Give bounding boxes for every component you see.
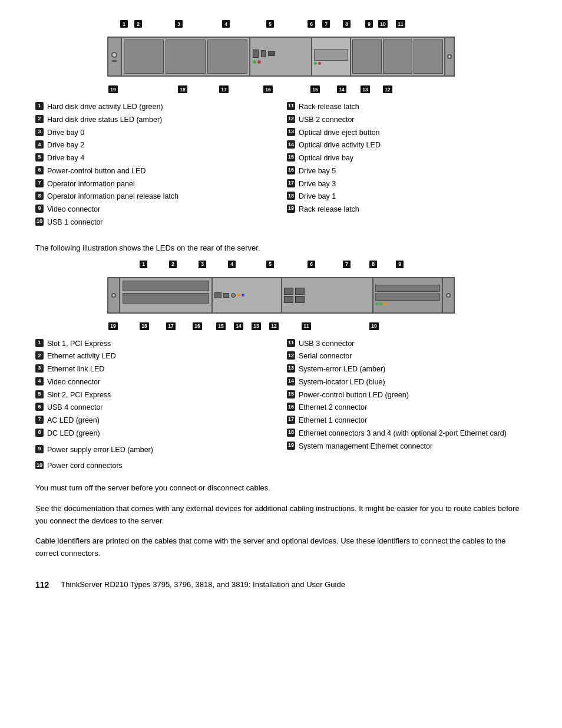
rear-legend-text-17: Ethernet 1 connector	[299, 415, 527, 426]
rear-legend-right: 11 USB 3 connector 12 Serial connector 1…	[287, 338, 527, 472]
rear-legend-num-1: 1	[35, 339, 44, 347]
pci-slot-1	[123, 281, 209, 291]
rear-left-panel	[108, 278, 120, 312]
front-num-5: 5	[266, 20, 274, 28]
rear-num-11: 11	[302, 322, 311, 330]
front-legend: 1 Hard disk drive activity LED (green) 2…	[35, 101, 527, 228]
front-diagram-block: 1 2 3 4 5 6 7 8 9 10 11	[107, 18, 455, 95]
rear-legend-num-15: 15	[287, 390, 295, 398]
rear-num-6: 6	[308, 261, 315, 268]
rear-legend-text-9: Power supply error LED (amber)	[47, 444, 275, 456]
footer-text: ThinkServer RD210 Types 3795, 3796, 3818…	[61, 580, 345, 589]
rear-legend-num-17: 17	[287, 416, 295, 424]
rear-legend-text-2: Ethernet activity LED	[47, 351, 275, 362]
front-num-3: 3	[175, 20, 183, 28]
rear-num-8: 8	[369, 261, 377, 268]
psu-leds	[375, 302, 440, 305]
rear-legend-item-2: 2 Ethernet activity LED	[35, 351, 275, 362]
legend-num-17: 17	[287, 179, 295, 187]
legend-num-6: 6	[35, 166, 44, 174]
legend-num-19: 19	[287, 205, 295, 213]
legend-num-2: 2	[35, 115, 44, 123]
rear-legend-item-17: 17 Ethernet 1 connector	[287, 415, 527, 426]
front-num-6: 6	[308, 20, 315, 28]
legend-num-13: 13	[287, 128, 295, 136]
legend-text-17: Drive bay 3	[299, 179, 527, 190]
usb1-shape	[261, 50, 266, 57]
ac-led	[375, 302, 378, 305]
rear-legend-num-6: 6	[35, 403, 44, 411]
rear-legend-item-14: 14 System-locator LED (blue)	[287, 377, 527, 388]
front-legend-item-19: 19 Rack release latch	[287, 204, 527, 215]
legend-text-15: Optical drive bay	[299, 153, 527, 164]
front-num-15: 15	[310, 85, 320, 93]
rear-legend-num-14: 14	[287, 377, 295, 386]
legend-text-18: Drive bay 1	[299, 191, 527, 202]
legend-text-1: Hard disk drive activity LED (green)	[47, 101, 275, 113]
front-drive-bays-left	[122, 38, 249, 75]
rear-num-1: 1	[140, 261, 147, 268]
psu-err-led	[384, 302, 386, 305]
front-right-latch	[444, 38, 454, 75]
front-leds-row	[253, 60, 309, 64]
eth1-shape	[284, 288, 293, 295]
rear-num-10: 10	[369, 322, 379, 330]
front-num-19: 19	[108, 85, 118, 93]
front-legend-item-14: 14 Optical drive activity LED	[287, 140, 527, 151]
front-legend-item-13: 13 Optical drive eject button	[287, 127, 527, 139]
front-server-body	[107, 37, 455, 77]
optical-led-1	[314, 62, 317, 65]
rear-legend-text-4: Video connector	[47, 377, 275, 388]
section-caption: The following illustration shows the LED…	[35, 243, 527, 252]
rear-legend-num-18: 18	[287, 429, 295, 437]
legend-num-12: 12	[287, 115, 295, 123]
front-num-17: 17	[219, 85, 229, 93]
rear-legend-text-6: USB 4 connector	[47, 402, 275, 413]
legend-text-8: Operator information panel release latch	[47, 191, 275, 202]
legend-text-11: Rack release latch	[299, 101, 527, 113]
rear-legend-num-16: 16	[287, 403, 295, 411]
drive-bay-4	[207, 39, 247, 74]
legend-text-5: Drive bay 4	[47, 153, 275, 164]
front-latch-bar	[112, 60, 117, 62]
page-number: 112	[35, 580, 49, 589]
rear-legend-item-16: 16 Ethernet 2 connector	[287, 402, 527, 413]
drive-bay-0	[124, 39, 164, 74]
front-legend-item-8: 8 Operator information panel release lat…	[35, 191, 275, 202]
rear-legend-item-3: 3 Ethernet link LED	[35, 364, 275, 375]
rear-legend-num-12: 12	[287, 351, 295, 360]
legend-num-1: 1	[35, 102, 44, 110]
legend-num-7: 7	[35, 179, 44, 187]
rear-num-9: 9	[396, 261, 404, 268]
legend-num-5: 5	[35, 153, 44, 162]
legend-text-7: Operator information panel	[47, 179, 275, 190]
optical-led-2	[318, 62, 321, 65]
front-legend-item-15: 15 Optical drive bay	[287, 153, 527, 164]
front-legend-item-6: 6 Power-control button and LED	[35, 166, 275, 177]
front-legend-item-5: 5 Drive bay 4	[35, 153, 275, 164]
rear-legend-text-5: Slot 2, PCI Express	[47, 390, 275, 401]
paragraph-1: You must turn off the server before you …	[35, 482, 527, 495]
rear-legend-item-18: 18 Ethernet connectors 3 and 4 (with opt…	[287, 428, 527, 439]
front-legend-item-12: 12 USB 2 connector	[287, 114, 527, 126]
rear-legend-num-11: 11	[287, 339, 295, 347]
legend-text-16: Drive bay 5	[299, 166, 527, 177]
front-legend-item-10: 10 USB 1 connector	[35, 217, 275, 228]
legend-num-10: 10	[35, 218, 44, 226]
rear-legend-left: 1 Slot 1, PCI Express 2 Ethernet activit…	[35, 338, 275, 472]
legend-text-14: Optical drive activity LED	[299, 140, 527, 151]
rear-num-2: 2	[169, 261, 177, 268]
legend-text-19: Rack release latch	[299, 204, 527, 215]
rear-num-3: 3	[199, 261, 206, 268]
optical-leds	[314, 62, 348, 65]
front-num-9: 9	[365, 20, 373, 28]
front-num-12: 12	[383, 85, 392, 93]
legend-text-3: Drive bay 0	[47, 127, 275, 139]
rear-legend-text-7: AC LED (green)	[47, 415, 275, 426]
rear-legend-text-14: System-locator LED (blue)	[299, 377, 527, 388]
eth-row-2	[284, 296, 371, 303]
legend-text-2: Hard disk drive status LED (amber)	[47, 114, 275, 126]
front-legend-item-11: 11 Rack release latch	[287, 101, 527, 113]
rear-legend-num-10: 10	[35, 461, 44, 469]
front-num-18: 18	[178, 85, 187, 93]
